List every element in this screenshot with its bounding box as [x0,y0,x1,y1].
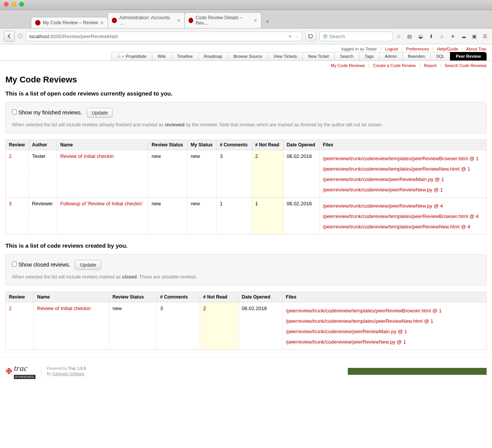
tab-close-icon[interactable]: × [177,17,180,23]
column-header[interactable]: Review Status [109,292,157,302]
mainnav-wiki[interactable]: Wiki [152,52,172,60]
address-bar[interactable]: localhost:8000/Review/peerReviewMain ▾ → [26,32,302,41]
context-nav: My Code Reviews | Create a Code Review |… [0,61,492,68]
column-header[interactable]: # Comments [157,292,200,302]
show-finished-label[interactable]: Show my finished reviews. [12,109,84,116]
file-link[interactable]: /peerreview/trunk/codereview/peerReviewN… [286,339,483,345]
author: Tester [29,150,57,198]
browser-search-input[interactable]: ⦿ Search [319,32,393,41]
column-header[interactable]: Files [320,140,487,150]
back-button[interactable] [4,31,15,42]
downloads-icon[interactable]: ⬇ [428,34,434,39]
dropdown-icon[interactable]: ▾ [289,34,291,39]
column-header[interactable]: Name [57,140,148,150]
review-id-link[interactable]: 3 [9,201,12,206]
browser-tab[interactable]: Administration: Accounts … × [108,12,185,28]
files-cell: /peerreview/trunk/codereview/templates/p… [283,302,487,350]
home-icon[interactable]: ⌂ [439,34,445,39]
window-close-icon[interactable] [4,2,8,7]
footer-meta: Powered by Trac 1.0.9 By Edgewall Softwa… [41,366,86,377]
bookmark-star-icon[interactable]: ☆ [396,34,402,39]
column-header[interactable]: # Not Read [252,140,283,150]
mainnav-admin[interactable]: Admin [379,52,403,60]
browser-tab[interactable]: Code Review Details – Rev… × [184,12,261,28]
file-link[interactable]: /peerreview/trunk/codereview/peerReviewN… [323,187,483,193]
help-link[interactable]: Help/Guide [437,47,458,51]
file-link[interactable]: /peerreview/trunk/codereview/templates/p… [286,318,483,324]
mainnav-beenden[interactable]: Beenden [402,52,431,60]
search-placeholder: Search [329,34,345,39]
column-header[interactable]: Date Opened [283,140,320,150]
mainnav-roadmap[interactable]: Roadmap [198,52,228,60]
mainnav-peer-review[interactable]: Peer Review [450,52,487,60]
column-header[interactable]: My Status [187,140,217,150]
tab-close-icon[interactable]: × [100,20,103,26]
column-header[interactable]: Review Status [148,140,187,150]
mainnav-timeline[interactable]: Timeline [171,52,199,60]
column-header[interactable]: Date Opened [239,292,283,302]
reload-button[interactable] [305,31,316,42]
show-closed-checkbox[interactable] [12,262,17,267]
review-id-link[interactable]: 2 [9,153,12,159]
update-created-button[interactable]: Update [75,260,101,270]
share-icon[interactable]: ▣ [471,34,477,39]
column-header[interactable]: Author [29,140,57,150]
review-id-link[interactable]: 2 [9,305,12,311]
mainnav-search[interactable]: Search [334,52,359,60]
url-path: /Review/peerReviewMain [62,34,118,39]
send-icon[interactable]: ✈ [450,34,456,39]
column-header[interactable]: # Not Read [200,292,239,302]
column-header[interactable]: # Comments [217,140,252,150]
review-name-link[interactable]: Followup of 'Review of Initial checkin' [60,201,143,206]
filter-assigned-hint: When selected the list will include revi… [12,122,480,128]
mainnav-new-ticket[interactable]: New Ticket [302,52,335,60]
column-header[interactable]: Files [283,292,487,302]
file-link[interactable]: /peerreview/trunk/codereview/peerReviewN… [323,203,483,209]
logout-link[interactable]: Logout [385,47,398,51]
ctxnav-create-review[interactable]: Create a Code Review [373,63,416,68]
sidebar-icon[interactable]: ▤ [406,34,413,39]
chat-icon[interactable]: ☁ [460,34,467,39]
column-header[interactable]: Review [6,140,29,150]
new-tab-button[interactable]: + [261,15,275,28]
file-link[interactable]: /peerreview/trunk/codereview/templates/p… [323,224,483,230]
update-assigned-button[interactable]: Update [87,108,113,117]
url-port: :8000 [49,34,62,39]
window-minimize-icon[interactable] [12,2,16,7]
file-link[interactable]: /peerreview/trunk/codereview/peerReviewM… [286,329,483,334]
review-name-link[interactable]: Review of Initial checkin [60,153,114,159]
file-link[interactable]: /peerreview/trunk/codereview/templates/p… [323,213,483,219]
column-header[interactable]: Review [6,292,34,302]
tab-close-icon[interactable]: × [254,17,257,23]
file-link[interactable]: /peerreview/trunk/codereview/templates/p… [323,166,483,172]
mainnav-view-tickets[interactable]: View Tickets [268,52,303,60]
about-link[interactable]: About Trac [466,47,487,51]
review-name-link[interactable]: Review of Initial checkin [37,305,91,311]
go-icon[interactable]: → [294,34,299,39]
pocket-icon[interactable]: ◒ [417,34,423,39]
file-link[interactable]: /peerreview/trunk/codereview/templates/p… [323,156,483,161]
footer-bar [348,368,487,375]
comments-count: 3 [217,150,252,198]
info-icon[interactable]: ⓘ [18,33,23,40]
review-id: 2 [6,302,34,350]
mainnav-projektliste[interactable]: ☰➔Projektliste [111,52,152,60]
show-closed-label[interactable]: Show closed reviews. [12,262,72,268]
column-header[interactable]: Name [34,292,110,302]
mainnav-tags[interactable]: Tags [359,52,379,60]
window-zoom-icon[interactable] [19,2,24,7]
mainnav-browse-source[interactable]: Browse Source [227,52,268,60]
ctxnav-search[interactable]: Search Code Reviews [445,63,487,68]
date-opened: 06.02.2016 [283,150,320,198]
trac-favicon-icon [112,18,117,23]
ctxnav-report[interactable]: Report [424,63,436,68]
preferences-link[interactable]: Preferences [406,47,429,51]
file-link[interactable]: /peerreview/trunk/codereview/templates/p… [286,308,483,314]
file-link[interactable]: /peerreview/trunk/codereview/peerReviewM… [323,176,483,182]
browser-tab[interactable]: My Code Review – Review × [31,17,108,28]
mainnav-sql[interactable]: SQL [430,52,450,60]
show-finished-checkbox[interactable] [12,109,17,114]
trac-logo[interactable]: ❉ tracPOWERED [5,363,35,379]
ctxnav-my-reviews[interactable]: My Code Reviews [331,63,365,68]
menu-icon[interactable]: ☰ [482,34,488,39]
